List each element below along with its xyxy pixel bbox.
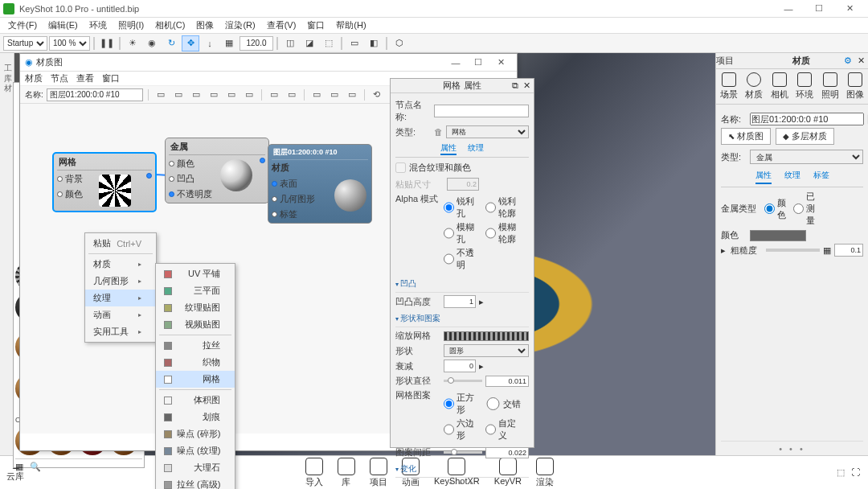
ctx-geometry[interactable]: 几何图形▸ — [85, 273, 156, 290]
workspace-select[interactable]: Startup — [3, 36, 47, 51]
tab-scene[interactable]: 场景 — [720, 72, 738, 101]
spacing-input[interactable] — [485, 447, 529, 458]
metal-type-measured[interactable]: 已测量 — [793, 191, 819, 227]
tool-icon[interactable]: ▭ — [346, 35, 363, 51]
color-swatch[interactable] — [750, 230, 806, 241]
mat-name-input[interactable] — [750, 113, 864, 125]
scale-mesh-widget[interactable] — [444, 331, 529, 341]
pause-icon[interactable]: ❚❚ — [98, 35, 116, 51]
mg-menu-window[interactable]: 窗口 — [102, 72, 120, 84]
ctx-uv-tile[interactable]: UV 平铺 — [156, 265, 235, 282]
tex-icon[interactable]: ▦ — [823, 245, 831, 256]
ctx-item[interactable]: 划痕 — [156, 409, 235, 425]
grid-icon[interactable]: ▦ — [220, 35, 238, 51]
node-material[interactable]: 图层01:200:0:0 #10 材质 表面 几何图形 标签 — [268, 144, 372, 224]
undock-icon[interactable]: ⧉ — [512, 80, 518, 91]
grid-view-icon[interactable]: ▦ — [15, 462, 23, 472]
tb-icon[interactable]: ▭ — [189, 88, 203, 101]
menu-help[interactable]: 帮助(H) — [331, 18, 371, 33]
ctx-item[interactable]: 噪点 (碎形) — [156, 425, 235, 442]
ctx-item[interactable]: 体积图 — [156, 392, 235, 409]
btab-render[interactable]: 渲染 — [536, 458, 554, 488]
ctx-texmap[interactable]: 纹理贴图 — [156, 299, 235, 316]
tool-icon[interactable]: ◪ — [301, 35, 318, 51]
menu-file[interactable]: 文件(F) — [3, 18, 42, 33]
maximize-button[interactable]: ☐ — [804, 1, 834, 17]
tb-icon[interactable]: ▭ — [242, 88, 256, 101]
tab-image[interactable]: 图像 — [846, 72, 864, 101]
spacing-slider[interactable] — [444, 451, 482, 454]
maximize-button[interactable]: ☐ — [467, 57, 489, 68]
tb-icon[interactable]: ⟲ — [370, 88, 384, 101]
tb-icon[interactable]: ▭ — [345, 88, 359, 101]
ctx-animation[interactable]: 动画▸ — [85, 306, 156, 323]
atten-input[interactable] — [444, 360, 476, 372]
node-name-input[interactable] — [434, 105, 529, 117]
tool-icon[interactable]: ◫ — [281, 35, 299, 51]
minimize-button[interactable]: — — [773, 1, 804, 17]
ctx-triplanar[interactable]: 三平面 — [156, 282, 235, 299]
node-mesh[interactable]: 网格 背景 颜色 — [52, 152, 157, 212]
node-metal[interactable]: 金属 颜色 凹凸 不透明度 — [165, 138, 269, 203]
workspace-tab[interactable]: 工 — [0, 53, 14, 63]
material-tab[interactable]: 材 — [0, 72, 14, 82]
btab-project[interactable]: 项目 — [370, 458, 387, 488]
type-select[interactable]: 网格 — [446, 125, 529, 138]
ctx-utility[interactable]: 实用工具▸ — [85, 323, 156, 340]
stepper-icon[interactable]: ▸ — [479, 297, 484, 307]
zoom-select[interactable]: 100 % — [49, 36, 90, 51]
ctx-item[interactable]: 噪点 (纹理) — [156, 442, 235, 459]
subtab-attr[interactable]: 属性 — [755, 170, 772, 184]
down-icon[interactable]: ↓ — [201, 35, 219, 51]
tab-tex[interactable]: 纹理 — [468, 142, 484, 155]
btab-library[interactable]: 库 — [338, 458, 355, 488]
close-button[interactable]: ✕ — [489, 57, 512, 68]
pat-custom[interactable]: 自定义 — [485, 417, 521, 442]
rough-slider[interactable] — [766, 249, 820, 252]
ctx-brush[interactable]: 拉丝 — [156, 337, 235, 354]
screenshot-icon[interactable]: ⬚ — [837, 467, 845, 478]
diam-input[interactable] — [485, 376, 529, 387]
btab-import[interactable]: 导入 — [305, 458, 323, 488]
ctx-item[interactable]: 大理石 — [156, 459, 235, 476]
move-icon[interactable]: ✥ — [182, 35, 199, 51]
ctx-texture[interactable]: 纹理▸ — [85, 290, 156, 306]
mg-menu-material[interactable]: 材质 — [25, 72, 43, 84]
close-icon[interactable]: ✕ — [523, 80, 530, 91]
globe-icon[interactable]: ◉ — [143, 35, 161, 51]
ctx-material[interactable]: 材质▸ — [85, 256, 156, 273]
tb-icon[interactable]: ▭ — [207, 88, 221, 101]
numeric-input[interactable] — [240, 36, 273, 51]
tab-environment[interactable]: 环境 — [796, 72, 813, 101]
metal-type-color[interactable]: 颜色 — [764, 197, 790, 221]
multi-mat-button[interactable]: ◆ 多层材质 — [776, 128, 834, 145]
menu-env[interactable]: 环境 — [84, 18, 112, 33]
alpha-sharp-edge[interactable]: 锐利轮廓 — [485, 195, 521, 220]
menu-lighting[interactable]: 照明(I) — [113, 18, 149, 33]
bump-input[interactable] — [444, 295, 476, 308]
menu-window[interactable]: 窗口 — [302, 18, 330, 33]
alpha-blur-hole[interactable]: 模糊孔 — [444, 221, 479, 245]
tb-icon[interactable]: ▭ — [154, 88, 168, 101]
gear-icon[interactable]: ⚙ — [844, 55, 852, 66]
tool-icon[interactable]: ⬡ — [391, 35, 408, 51]
tb-icon[interactable]: ▭ — [224, 88, 239, 101]
pat-square[interactable]: 正方形 — [444, 392, 479, 416]
ctx-video[interactable]: 视频贴图 — [156, 316, 235, 333]
shape-select[interactable]: 圆形 — [444, 344, 529, 357]
tab-camera[interactable]: 相机 — [771, 72, 788, 101]
menu-edit[interactable]: 编辑(E) — [43, 18, 83, 33]
pat-stagger[interactable]: 交错 — [485, 392, 521, 416]
fullscreen-icon[interactable]: ⛶ — [851, 467, 860, 478]
ctx-paste[interactable]: 粘贴Ctrl+V — [85, 235, 156, 252]
alpha-opaque[interactable]: 不透明 — [444, 247, 479, 271]
tb-icon[interactable]: ▭ — [285, 88, 299, 101]
menu-camera[interactable]: 相机(C) — [150, 18, 190, 33]
open-graph-button[interactable]: ⬉ 材质图 — [721, 128, 771, 145]
close-button[interactable]: ✕ — [834, 1, 865, 17]
mg-menu-node[interactable]: 节点 — [51, 72, 68, 84]
ctx-item[interactable]: 拉丝 (高级) — [156, 476, 235, 489]
menu-image[interactable]: 图像 — [191, 18, 219, 33]
alpha-blur-edge[interactable]: 模糊轮廓 — [485, 221, 521, 245]
refresh-icon[interactable]: ↻ — [162, 35, 180, 51]
